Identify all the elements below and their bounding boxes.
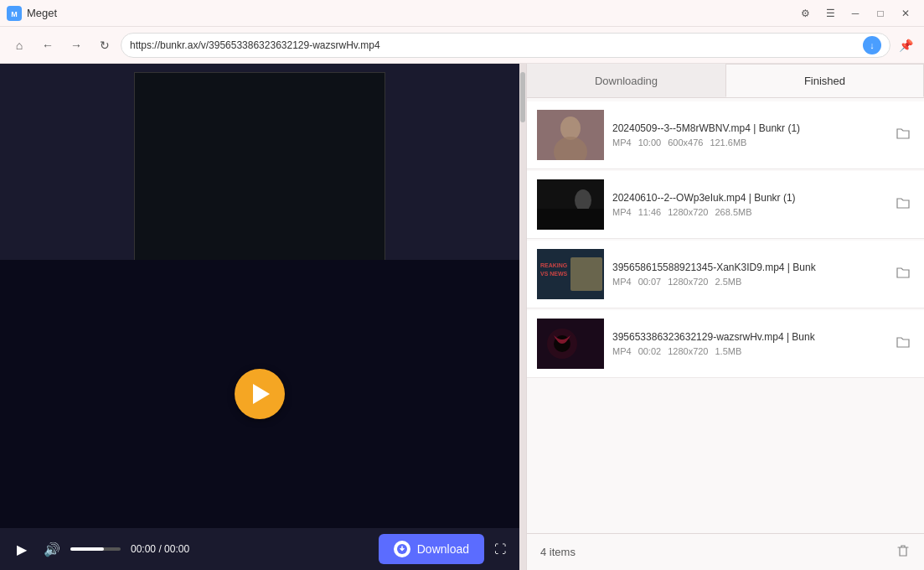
- item-format-2: MP4: [612, 207, 632, 217]
- time-current: 00:00: [131, 543, 156, 555]
- fullscreen-button[interactable]: ⛶: [491, 539, 509, 559]
- menu-button[interactable]: ☰: [818, 4, 842, 23]
- item-meta-2: MP4 11:46 1280x720 268.5MB: [612, 207, 884, 217]
- item-format-4: MP4: [612, 346, 632, 356]
- volume-fill: [70, 547, 104, 551]
- item-name-4: 395653386323632129-wazsrwHv.mp4 | Bunk: [612, 331, 884, 343]
- list-item: REAKING VS NEWS 395658615588921345-XanK3…: [527, 241, 924, 308]
- scrollbar-track[interactable]: [519, 64, 526, 570]
- svg-text:M: M: [11, 10, 18, 18]
- thumbnail-2: [537, 179, 604, 230]
- items-count: 4 items: [540, 546, 576, 558]
- open-folder-button-4[interactable]: [892, 331, 914, 356]
- footer: 4 items: [527, 533, 924, 570]
- tab-downloading[interactable]: Downloading: [527, 64, 725, 97]
- volume-button[interactable]: 🔊: [40, 537, 64, 561]
- item-name-3: 395658615588921345-XanK3ID9.mp4 | Bunk: [612, 262, 884, 273]
- thumbnail-4: [537, 319, 604, 369]
- svg-rect-13: [570, 257, 602, 291]
- time-total: 00:00: [164, 543, 189, 555]
- download-label: Download: [417, 542, 469, 556]
- list-item: 395653386323632129-wazsrwHv.mp4 | Bunk M…: [527, 310, 924, 378]
- video-frame: [134, 72, 385, 273]
- titlebar: M Meget ⚙ ☰ ─ □ ✕: [0, 0, 924, 27]
- item-size-3: 2.5MB: [715, 277, 741, 287]
- trash-button[interactable]: [896, 543, 911, 562]
- play-overlay-button[interactable]: [235, 369, 285, 419]
- item-format-3: MP4: [612, 277, 632, 287]
- open-folder-button-3[interactable]: [892, 262, 914, 287]
- item-size-1: 121.6MB: [710, 137, 746, 148]
- maximize-button[interactable]: □: [869, 4, 892, 23]
- play-triangle-icon: [253, 384, 270, 404]
- item-meta-3: MP4 00:07 1280x720 2.5MB: [612, 277, 884, 287]
- video-area: [0, 260, 519, 528]
- item-meta-1: MP4 10:00 600x476 121.6MB: [612, 137, 884, 148]
- right-panel: Downloading Finished 20240509: [526, 64, 924, 570]
- player-controls: ▶ 🔊 00:00 / 00:00 Download ⛶: [0, 528, 519, 570]
- main-content: ▶ 🔊 00:00 / 00:00 Download ⛶: [0, 64, 924, 570]
- url-input[interactable]: [130, 39, 858, 51]
- download-btn-icon: [394, 541, 410, 557]
- svg-text:REAKING: REAKING: [540, 262, 568, 268]
- item-duration-3: 00:07: [638, 277, 662, 287]
- item-resolution-3: 1280x720: [668, 277, 708, 287]
- list-item: 20240509--3--5M8rWBNV.mp4 | Bunkr (1) MP…: [527, 101, 924, 169]
- play-button[interactable]: ▶: [10, 537, 34, 561]
- reload-button[interactable]: ↻: [92, 33, 117, 58]
- window-controls: ⚙ ☰ ─ □ ✕: [793, 4, 917, 23]
- item-duration-2: 11:46: [638, 207, 662, 217]
- item-meta-4: MP4 00:02 1280x720 1.5MB: [612, 346, 884, 356]
- navbar: ⌂ ← → ↻ ↓ 📌: [0, 27, 924, 64]
- close-button[interactable]: ✕: [894, 4, 917, 23]
- app-icon: M: [7, 6, 22, 21]
- tab-finished[interactable]: Finished: [725, 64, 924, 97]
- item-size-4: 1.5MB: [715, 346, 741, 356]
- volume-slider[interactable]: [70, 547, 121, 551]
- time-display: 00:00 / 00:00: [131, 543, 189, 555]
- video-panel: ▶ 🔊 00:00 / 00:00 Download ⛶: [0, 64, 519, 570]
- open-folder-button-2[interactable]: [892, 192, 914, 217]
- thumbnail-1: [537, 110, 604, 160]
- item-info-3: 395658615588921345-XanK3ID9.mp4 | Bunk M…: [612, 262, 884, 287]
- svg-point-8: [575, 189, 591, 211]
- video-preview: [0, 64, 519, 528]
- item-name-2: 20240610--2--OWp3eIuk.mp4 | Bunkr (1): [612, 192, 884, 204]
- item-info-4: 395653386323632129-wazsrwHv.mp4 | Bunk M…: [612, 331, 884, 356]
- download-list: 20240509--3--5M8rWBNV.mp4 | Bunkr (1) MP…: [527, 98, 924, 533]
- item-info-2: 20240610--2--OWp3eIuk.mp4 | Bunkr (1) MP…: [612, 192, 884, 217]
- item-duration-1: 10:00: [638, 137, 662, 148]
- minimize-button[interactable]: ─: [844, 4, 867, 23]
- item-info-1: 20240509--3--5M8rWBNV.mp4 | Bunkr (1) MP…: [612, 122, 884, 148]
- url-download-icon[interactable]: ↓: [863, 36, 881, 54]
- item-resolution-4: 1280x720: [668, 346, 708, 356]
- pin-button[interactable]: 📌: [894, 34, 917, 57]
- home-button[interactable]: ⌂: [7, 33, 32, 58]
- app-title: Meget: [27, 7, 788, 19]
- item-resolution-1: 600x476: [668, 137, 703, 148]
- item-size-2: 268.5MB: [715, 207, 751, 217]
- list-item: 20240610--2--OWp3eIuk.mp4 | Bunkr (1) MP…: [527, 171, 924, 239]
- tabs: Downloading Finished: [527, 64, 924, 98]
- item-format-1: MP4: [612, 137, 632, 148]
- item-duration-4: 00:02: [638, 346, 662, 356]
- download-button[interactable]: Download: [379, 534, 484, 564]
- settings-button[interactable]: ⚙: [793, 4, 817, 23]
- item-resolution-2: 1280x720: [668, 207, 708, 217]
- scrollbar-thumb[interactable]: [520, 72, 525, 122]
- back-button[interactable]: ←: [35, 33, 60, 58]
- item-name-1: 20240509--3--5M8rWBNV.mp4 | Bunkr (1): [612, 122, 884, 134]
- address-bar: ↓: [121, 33, 890, 58]
- forward-button[interactable]: →: [64, 33, 89, 58]
- thumbnail-3: REAKING VS NEWS: [537, 249, 604, 299]
- svg-rect-6: [537, 110, 604, 160]
- open-folder-button-1[interactable]: [892, 122, 914, 148]
- svg-rect-9: [537, 209, 604, 230]
- svg-text:VS NEWS: VS NEWS: [540, 271, 568, 277]
